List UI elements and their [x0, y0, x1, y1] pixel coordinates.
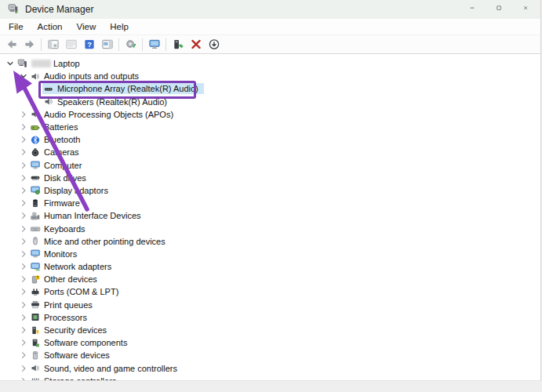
redacted-computer-name	[31, 60, 51, 67]
help-button[interactable]: ?	[80, 36, 98, 53]
network-adapter-icon	[29, 261, 42, 272]
maximize-button[interactable]	[487, 0, 514, 19]
chevron-right-icon[interactable]	[18, 134, 29, 145]
tree-item-label: Network adapters	[44, 261, 114, 272]
tree-item-label: Speakers (Realtek(R) Audio)	[57, 96, 169, 107]
chevron-right-icon[interactable]	[18, 249, 29, 260]
sound-controller-icon	[29, 363, 42, 374]
tree-item-label: Security devices	[44, 325, 109, 336]
chevron-right-icon[interactable]	[18, 210, 29, 221]
show-console-tree-button[interactable]	[44, 36, 62, 53]
menu-help[interactable]: Help	[103, 20, 136, 33]
chevron-right-icon[interactable]	[18, 109, 29, 120]
menu-view[interactable]: View	[70, 20, 104, 33]
selected-item-highlight: Microphone Array (Realtek(R) Audio)	[42, 83, 204, 94]
tree-item-display-adaptors[interactable]: Display adaptors	[0, 184, 540, 197]
window-title: Device Manager	[25, 4, 93, 15]
properties-button[interactable]	[62, 36, 80, 53]
toolbar-separator	[118, 38, 119, 51]
chevron-right-icon[interactable]	[18, 147, 29, 158]
help-icon: ?	[83, 38, 96, 50]
tree-item-disk-drives[interactable]: Disk drives	[0, 172, 540, 184]
chevron-right-icon[interactable]	[18, 185, 29, 196]
tree-item-cameras[interactable]: Cameras	[0, 146, 540, 158]
chevron-right-icon[interactable]	[18, 122, 29, 132]
tree-item-mice-and-other-pointing-devices[interactable]: Mice and other pointing devices	[0, 235, 540, 248]
chevron-right-icon[interactable]	[18, 223, 29, 234]
tree-item-ports-com-lpt[interactable]: Ports (COM & LPT)	[0, 285, 540, 298]
tree-item-speakers-realtek-r-audio[interactable]: Speakers (Realtek(R) Audio)	[0, 96, 540, 108]
update-driver-button[interactable]	[169, 36, 187, 53]
tree-item-label: Monitors	[44, 249, 79, 260]
chevron-right-icon[interactable]	[18, 350, 29, 361]
tree-item-other-devices[interactable]: ?Other devices	[0, 273, 540, 285]
tree-item-software-devices[interactable]: Software devices	[0, 349, 540, 361]
chevron-right-icon[interactable]	[18, 363, 29, 374]
forward-button[interactable]	[20, 36, 38, 53]
tree-item-storage-controllers[interactable]: Storage controllers	[0, 375, 540, 380]
chevron-right-icon[interactable]	[18, 299, 29, 310]
battery-icon	[29, 122, 42, 132]
chevron-down-icon[interactable]	[18, 71, 29, 82]
chevron-right-icon[interactable]	[18, 376, 29, 380]
chevron-down-icon[interactable]	[5, 58, 16, 69]
menu-action[interactable]: Action	[31, 20, 70, 33]
tree-item-label: Cameras	[44, 147, 82, 158]
chevron-right-icon[interactable]	[18, 337, 29, 348]
mouse-icon	[29, 236, 42, 247]
tree-item-software-components[interactable]: Software components	[0, 336, 540, 349]
chevron-right-icon[interactable]	[18, 172, 29, 183]
tree-item-label: Software devices	[44, 350, 112, 361]
tree-item-computer[interactable]: Computer	[0, 159, 540, 172]
computer-button[interactable]	[145, 36, 163, 53]
minimize-button[interactable]	[460, 0, 487, 19]
tree-item-laptop[interactable]: Laptop	[0, 57, 540, 70]
svg-text:?: ?	[36, 275, 38, 279]
tree-item-processors[interactable]: Processors	[0, 311, 540, 324]
firmware-icon	[29, 198, 42, 209]
chevron-right-icon[interactable]	[18, 274, 29, 285]
menu-bar: FileActionViewHelp	[0, 19, 540, 35]
tree-item-bluetooth[interactable]: Bluetooth	[0, 133, 540, 146]
scan-hardware-icon	[125, 38, 137, 50]
chevron-right-icon[interactable]	[18, 236, 29, 247]
chevron-right-icon[interactable]	[18, 286, 29, 297]
close-button[interactable]	[514, 0, 540, 19]
tree-item-label: Software components	[44, 337, 129, 348]
tree-item-label: Firmware	[44, 198, 82, 209]
tree-item-security-devices[interactable]: Security devices	[0, 324, 540, 336]
tree-item-audio-inputs-and-outputs[interactable]: Audio inputs and outputs	[0, 70, 540, 82]
back-button[interactable]	[2, 36, 20, 53]
tree-item-network-adapters[interactable]: Network adapters	[0, 260, 540, 273]
chevron-right-icon[interactable]	[18, 312, 29, 323]
tree-item-label: Audio inputs and outputs	[44, 71, 141, 82]
tree-item-label: Mice and other pointing devices	[44, 236, 168, 247]
disable-device-button[interactable]	[205, 36, 223, 53]
chevron-right-icon[interactable]	[18, 325, 29, 336]
chevron-right-icon[interactable]	[18, 160, 29, 171]
unknown-device-icon: ?	[29, 274, 42, 285]
tree-item-keyboards[interactable]: Keyboards	[0, 222, 540, 234]
tree-item-microphone-array-realtek-r-audio[interactable]: Microphone Array (Realtek(R) Audio)	[0, 82, 540, 95]
uninstall-device-button[interactable]	[187, 36, 205, 53]
tree-item-monitors[interactable]: Monitors	[0, 248, 540, 260]
tree-item-label: Audio Processing Objects (APOs)	[44, 109, 176, 120]
chevron-right-icon[interactable]	[18, 198, 29, 209]
show-action-pane-button[interactable]	[98, 36, 116, 53]
software-device-icon	[29, 350, 42, 361]
tree-item-batteries[interactable]: Batteries	[0, 121, 540, 133]
tree-item-print-queues[interactable]: Print queues	[0, 299, 540, 311]
tree-item-audio-processing-objects-apos[interactable]: Audio Processing Objects (APOs)	[0, 108, 540, 121]
speaker-icon	[42, 96, 55, 107]
device-manager-window: Device Manager FileActionViewHelp ? Lapt…	[0, 0, 541, 381]
microphone-icon	[42, 83, 55, 94]
tree-item-firmware[interactable]: Firmware	[0, 197, 540, 209]
tree-item-sound-video-and-game-controllers[interactable]: Sound, video and game controllers	[0, 362, 540, 375]
speaker-icon	[29, 71, 42, 82]
tree-item-label: Display adaptors	[44, 185, 111, 196]
menu-file[interactable]: File	[2, 20, 31, 33]
tree-item-human-interface-devices[interactable]: Human Interface Devices	[0, 209, 540, 222]
maximize-icon	[497, 5, 504, 13]
scan-hardware-changes-button[interactable]	[122, 36, 140, 53]
chevron-right-icon[interactable]	[18, 261, 29, 272]
